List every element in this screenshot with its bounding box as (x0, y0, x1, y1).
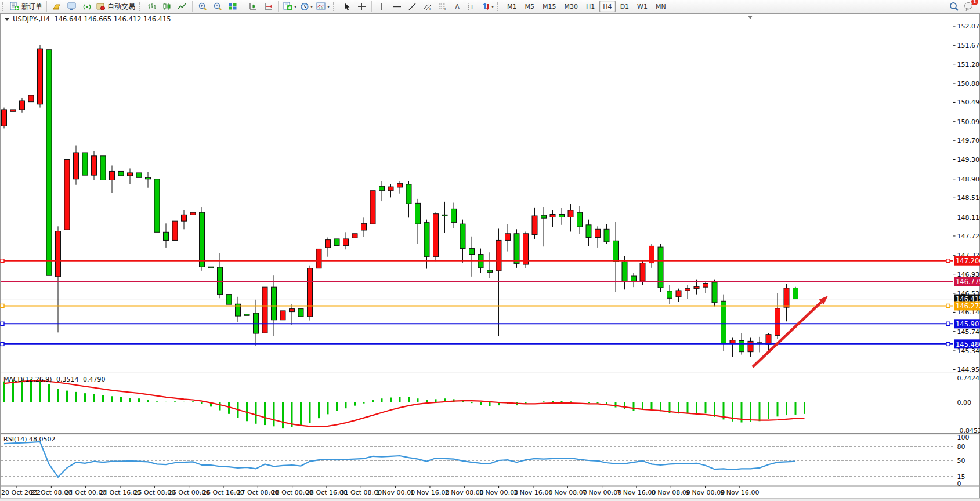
svg-text:147.206: 147.206 (956, 257, 980, 265)
chart-window[interactable]: 152.070151.670151.280150.880150.490150.0… (0, 13, 980, 498)
svg-text:151.670: 151.670 (957, 42, 980, 49)
trendline-tool-button[interactable] (405, 1, 419, 12)
new-order-label: 新订单 (21, 2, 42, 12)
candles-icon (162, 2, 172, 10)
svg-text:0.7424: 0.7424 (957, 375, 980, 382)
cursor-icon (342, 2, 350, 11)
svg-text:144.950: 144.950 (957, 366, 980, 373)
timeframe-button-d1[interactable]: D1 (617, 1, 632, 12)
arrows-tool-button[interactable]: ▾ (480, 1, 495, 12)
svg-text:F: F (444, 7, 447, 11)
dropdown-caret[interactable]: ▾ (327, 4, 330, 9)
arrows-shapes-icon (482, 2, 490, 11)
zoom-in-button[interactable] (196, 1, 209, 12)
svg-text:148.900: 148.900 (957, 176, 980, 183)
dropdown-caret[interactable]: ▾ (294, 4, 296, 9)
svg-text:4 Nov 08:00: 4 Nov 08:00 (548, 489, 587, 496)
svg-text:USDJPY-,H4 146.644 146.665 14: USDJPY-,H4 146.644 146.665 146.412 146.4… (13, 15, 171, 23)
hline-tool-button[interactable] (390, 1, 404, 12)
svg-text:3 Nov 16:00: 3 Nov 16:00 (513, 489, 552, 496)
line-chart-icon (178, 2, 187, 10)
dropdown-caret[interactable]: ▾ (310, 4, 313, 9)
terminal-button[interactable] (65, 1, 79, 12)
line-mode-button[interactable] (175, 1, 189, 12)
timeframe-button-m15[interactable]: M15 (539, 1, 560, 12)
channel-icon: E (422, 2, 432, 11)
horizontal-line-icon (392, 2, 402, 11)
svg-text:9 Nov 16:00: 9 Nov 16:00 (720, 489, 759, 496)
zoom-out-button[interactable] (211, 1, 225, 12)
auto-scroll-icon (248, 2, 258, 11)
channel-tool-button[interactable]: E (420, 1, 434, 12)
svg-text:152.070: 152.070 (957, 23, 980, 30)
search-icon (949, 2, 959, 12)
fibonacci-icon: F (437, 2, 447, 11)
new-order-button[interactable]: 新订单 (8, 1, 44, 12)
auto-scroll-button[interactable] (246, 1, 260, 12)
vline-tool-button[interactable] (375, 1, 389, 12)
search-button[interactable] (947, 1, 961, 12)
chart-shift-button[interactable] (261, 1, 275, 12)
svg-text:7 Nov 16:00: 7 Nov 16:00 (617, 489, 656, 496)
svg-text:100: 100 (957, 434, 970, 441)
mt4-application: 新订单 自动交易 (0, 0, 980, 501)
label-tool-button[interactable]: T (465, 1, 479, 12)
market-depth-button[interactable] (50, 1, 64, 12)
signal-icon (82, 2, 92, 10)
new-template-button[interactable]: ▾ (281, 1, 298, 12)
chart-title: USDJPY-,H4 146.644 146.665 146.412 146.4… (5, 15, 171, 23)
svg-text:150.490: 150.490 (957, 99, 980, 106)
text-label-icon: T (468, 2, 477, 11)
main-toolbar: 新订单 自动交易 (0, 0, 980, 13)
dropdown-caret[interactable]: ▾ (491, 4, 494, 9)
notification-badge: 1 (971, 0, 978, 5)
autotrade-label: 自动交易 (107, 2, 135, 12)
svg-text:1 Nov 00:00: 1 Nov 00:00 (376, 489, 415, 496)
svg-text:145.901: 145.901 (956, 320, 980, 328)
svg-text:149.300: 149.300 (957, 156, 980, 164)
indicators-icon (316, 2, 326, 10)
svg-text:149.700: 149.700 (957, 137, 980, 144)
toolbar-grip[interactable] (2, 2, 6, 11)
svg-text:148.110: 148.110 (957, 214, 980, 222)
timeframe-button-m5[interactable]: M5 (522, 1, 538, 12)
bar-chart-mode-button[interactable] (145, 1, 159, 12)
rsi-label: RSI(14) 48.0502 (3, 435, 55, 443)
crosshair-tool-button[interactable] (355, 1, 368, 12)
timeframe-button-h1[interactable]: H1 (583, 1, 598, 12)
chart-canvas[interactable]: 152.070151.670151.280150.880150.490150.0… (0, 13, 980, 501)
timeframe-button-m1[interactable]: M1 (504, 1, 520, 12)
svg-text:80: 80 (957, 443, 965, 451)
clock-icon (300, 2, 309, 11)
signals-button[interactable] (80, 1, 94, 12)
timeframe-button-mn[interactable]: MN (652, 1, 670, 12)
template-icon (283, 2, 293, 11)
svg-text:147.720: 147.720 (957, 233, 980, 240)
timeframe-button-m30[interactable]: M30 (561, 1, 582, 12)
timeframe-button-w1[interactable]: W1 (634, 1, 651, 12)
trendline-icon (408, 2, 417, 11)
tile-windows-button[interactable] (226, 1, 240, 12)
svg-text:148.510: 148.510 (957, 194, 980, 202)
svg-text:0: 0 (957, 480, 961, 488)
crosshair-icon (357, 2, 366, 11)
fibonacci-tool-button[interactable]: F (435, 1, 449, 12)
svg-text:3 Nov 00:00: 3 Nov 00:00 (479, 489, 518, 496)
svg-text:-0.8453: -0.8453 (957, 427, 980, 434)
svg-text:145.740: 145.740 (957, 328, 980, 336)
indicators-button[interactable]: ▾ (315, 1, 331, 12)
cursor-tool-button[interactable] (339, 1, 353, 12)
svg-text:146.272: 146.272 (956, 302, 980, 310)
notifications-button[interactable]: 1 (962, 1, 976, 12)
monitor-icon (67, 2, 77, 10)
svg-text:T: T (470, 3, 475, 10)
autotrade-button[interactable]: 自动交易 (95, 1, 136, 12)
vertical-line-icon (378, 2, 385, 11)
candles-mode-button[interactable] (160, 1, 174, 12)
timeframe-button-h4[interactable]: H4 (599, 1, 615, 12)
zoom-out-icon (213, 2, 223, 11)
period-button[interactable]: ▾ (299, 1, 314, 12)
svg-text:7 Nov 00:00: 7 Nov 00:00 (583, 489, 621, 496)
text-tool-button[interactable]: A (450, 1, 464, 12)
svg-text:151.280: 151.280 (957, 61, 980, 68)
